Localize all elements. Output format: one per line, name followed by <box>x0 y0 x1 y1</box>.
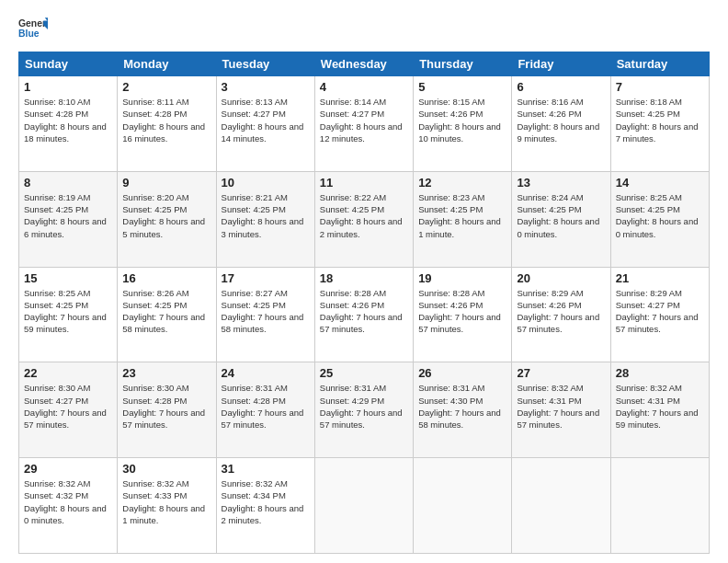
calendar-cell: 22 Sunrise: 8:30 AM Sunset: 4:27 PM Dayl… <box>19 362 118 458</box>
calendar-cell: 21 Sunrise: 8:29 AM Sunset: 4:27 PM Dayl… <box>610 267 709 362</box>
day-number: 15 <box>24 271 112 285</box>
day-info: Sunrise: 8:31 AM Sunset: 4:29 PM Dayligh… <box>320 382 408 431</box>
day-number: 13 <box>517 176 605 190</box>
day-number: 4 <box>320 80 408 94</box>
calendar-cell: 25 Sunrise: 8:31 AM Sunset: 4:29 PM Dayl… <box>314 362 413 458</box>
calendar-cell: 12 Sunrise: 8:23 AM Sunset: 4:25 PM Dayl… <box>414 171 512 267</box>
day-number: 8 <box>24 176 112 190</box>
calendar-cell: 1 Sunrise: 8:10 AM Sunset: 4:28 PM Dayli… <box>19 76 118 172</box>
day-info: Sunrise: 8:20 AM Sunset: 4:25 PM Dayligh… <box>122 191 210 240</box>
day-number: 27 <box>517 366 605 380</box>
calendar-cell: 18 Sunrise: 8:28 AM Sunset: 4:26 PM Dayl… <box>314 267 413 362</box>
day-number: 9 <box>122 176 210 190</box>
day-number: 16 <box>122 271 210 285</box>
day-info: Sunrise: 8:19 AM Sunset: 4:25 PM Dayligh… <box>24 191 112 240</box>
day-number: 30 <box>122 462 210 476</box>
col-header-monday: Monday <box>118 52 216 76</box>
day-info: Sunrise: 8:13 AM Sunset: 4:27 PM Dayligh… <box>222 96 310 144</box>
calendar-cell <box>414 458 512 554</box>
day-number: 3 <box>222 80 310 94</box>
day-info: Sunrise: 8:26 AM Sunset: 4:25 PM Dayligh… <box>122 287 210 336</box>
day-number: 26 <box>418 366 506 380</box>
calendar-cell: 2 Sunrise: 8:11 AM Sunset: 4:28 PM Dayli… <box>118 76 216 172</box>
calendar-cell: 6 Sunrise: 8:16 AM Sunset: 4:26 PM Dayli… <box>512 76 610 172</box>
day-number: 11 <box>320 176 408 190</box>
day-number: 29 <box>24 462 112 476</box>
calendar-cell: 30 Sunrise: 8:32 AM Sunset: 4:33 PM Dayl… <box>118 458 216 554</box>
calendar-cell: 27 Sunrise: 8:32 AM Sunset: 4:31 PM Dayl… <box>512 362 610 458</box>
calendar-cell: 4 Sunrise: 8:14 AM Sunset: 4:27 PM Dayli… <box>314 76 413 172</box>
day-info: Sunrise: 8:18 AM Sunset: 4:25 PM Dayligh… <box>616 96 704 144</box>
day-info: Sunrise: 8:10 AM Sunset: 4:28 PM Dayligh… <box>24 96 112 144</box>
calendar-cell <box>314 458 413 554</box>
calendar-week-5: 29 Sunrise: 8:32 AM Sunset: 4:32 PM Dayl… <box>19 458 710 554</box>
day-number: 22 <box>24 366 112 380</box>
col-header-friday: Friday <box>512 52 610 76</box>
day-number: 25 <box>320 366 408 380</box>
calendar-week-4: 22 Sunrise: 8:30 AM Sunset: 4:27 PM Dayl… <box>19 362 710 458</box>
day-info: Sunrise: 8:28 AM Sunset: 4:26 PM Dayligh… <box>320 287 408 336</box>
calendar-cell: 9 Sunrise: 8:20 AM Sunset: 4:25 PM Dayli… <box>118 171 216 267</box>
calendar-cell: 24 Sunrise: 8:31 AM Sunset: 4:28 PM Dayl… <box>216 362 314 458</box>
day-info: Sunrise: 8:32 AM Sunset: 4:32 PM Dayligh… <box>24 477 112 526</box>
col-header-sunday: Sunday <box>19 52 118 76</box>
day-info: Sunrise: 8:32 AM Sunset: 4:34 PM Dayligh… <box>222 477 310 526</box>
calendar-cell: 17 Sunrise: 8:27 AM Sunset: 4:25 PM Dayl… <box>216 267 314 362</box>
day-info: Sunrise: 8:28 AM Sunset: 4:26 PM Dayligh… <box>418 287 506 336</box>
calendar-cell <box>512 458 610 554</box>
calendar-table: SundayMondayTuesdayWednesdayThursdayFrid… <box>18 52 710 554</box>
calendar-header-row: SundayMondayTuesdayWednesdayThursdayFrid… <box>19 52 710 76</box>
day-info: Sunrise: 8:25 AM Sunset: 4:25 PM Dayligh… <box>24 287 112 336</box>
day-info: Sunrise: 8:16 AM Sunset: 4:26 PM Dayligh… <box>517 96 605 144</box>
calendar-cell: 7 Sunrise: 8:18 AM Sunset: 4:25 PM Dayli… <box>610 76 709 172</box>
col-header-thursday: Thursday <box>414 52 512 76</box>
calendar-cell: 23 Sunrise: 8:30 AM Sunset: 4:28 PM Dayl… <box>118 362 216 458</box>
day-info: Sunrise: 8:27 AM Sunset: 4:25 PM Dayligh… <box>222 287 310 336</box>
day-info: Sunrise: 8:24 AM Sunset: 4:25 PM Dayligh… <box>517 191 605 240</box>
day-info: Sunrise: 8:11 AM Sunset: 4:28 PM Dayligh… <box>122 96 210 144</box>
logo: General Blue <box>18 15 48 44</box>
calendar-cell: 5 Sunrise: 8:15 AM Sunset: 4:26 PM Dayli… <box>414 76 512 172</box>
day-number: 31 <box>222 462 310 476</box>
calendar-cell: 3 Sunrise: 8:13 AM Sunset: 4:27 PM Dayli… <box>216 76 314 172</box>
calendar-cell: 15 Sunrise: 8:25 AM Sunset: 4:25 PM Dayl… <box>19 267 118 362</box>
day-info: Sunrise: 8:31 AM Sunset: 4:28 PM Dayligh… <box>222 382 310 431</box>
day-info: Sunrise: 8:25 AM Sunset: 4:25 PM Dayligh… <box>616 191 704 240</box>
day-number: 5 <box>418 80 506 94</box>
day-number: 19 <box>418 271 506 285</box>
day-info: Sunrise: 8:32 AM Sunset: 4:31 PM Dayligh… <box>517 382 605 431</box>
day-info: Sunrise: 8:31 AM Sunset: 4:30 PM Dayligh… <box>418 382 506 431</box>
day-info: Sunrise: 8:22 AM Sunset: 4:25 PM Dayligh… <box>320 191 408 240</box>
col-header-wednesday: Wednesday <box>314 52 413 76</box>
day-number: 1 <box>24 80 112 94</box>
day-info: Sunrise: 8:14 AM Sunset: 4:27 PM Dayligh… <box>320 96 408 144</box>
calendar-cell: 20 Sunrise: 8:29 AM Sunset: 4:26 PM Dayl… <box>512 267 610 362</box>
day-number: 17 <box>222 271 310 285</box>
svg-text:Blue: Blue <box>18 29 40 39</box>
day-info: Sunrise: 8:30 AM Sunset: 4:28 PM Dayligh… <box>122 382 210 431</box>
calendar-cell: 31 Sunrise: 8:32 AM Sunset: 4:34 PM Dayl… <box>216 458 314 554</box>
calendar-cell: 29 Sunrise: 8:32 AM Sunset: 4:32 PM Dayl… <box>19 458 118 554</box>
calendar-week-3: 15 Sunrise: 8:25 AM Sunset: 4:25 PM Dayl… <box>19 267 710 362</box>
calendar-cell: 11 Sunrise: 8:22 AM Sunset: 4:25 PM Dayl… <box>314 171 413 267</box>
calendar-cell <box>610 458 709 554</box>
day-info: Sunrise: 8:32 AM Sunset: 4:31 PM Dayligh… <box>616 382 704 431</box>
calendar-cell: 19 Sunrise: 8:28 AM Sunset: 4:26 PM Dayl… <box>414 267 512 362</box>
day-number: 10 <box>222 176 310 190</box>
day-info: Sunrise: 8:21 AM Sunset: 4:25 PM Dayligh… <box>222 191 310 240</box>
calendar-cell: 14 Sunrise: 8:25 AM Sunset: 4:25 PM Dayl… <box>610 171 709 267</box>
calendar-cell: 8 Sunrise: 8:19 AM Sunset: 4:25 PM Dayli… <box>19 171 118 267</box>
day-number: 28 <box>616 366 704 380</box>
calendar-cell: 16 Sunrise: 8:26 AM Sunset: 4:25 PM Dayl… <box>118 267 216 362</box>
day-number: 18 <box>320 271 408 285</box>
calendar-cell: 28 Sunrise: 8:32 AM Sunset: 4:31 PM Dayl… <box>610 362 709 458</box>
calendar-cell: 26 Sunrise: 8:31 AM Sunset: 4:30 PM Dayl… <box>414 362 512 458</box>
day-number: 20 <box>517 271 605 285</box>
day-info: Sunrise: 8:29 AM Sunset: 4:27 PM Dayligh… <box>616 287 704 336</box>
day-info: Sunrise: 8:15 AM Sunset: 4:26 PM Dayligh… <box>418 96 506 144</box>
page-header: General Blue <box>18 15 710 44</box>
day-info: Sunrise: 8:30 AM Sunset: 4:27 PM Dayligh… <box>24 382 112 431</box>
day-number: 14 <box>616 176 704 190</box>
day-info: Sunrise: 8:29 AM Sunset: 4:26 PM Dayligh… <box>517 287 605 336</box>
day-number: 24 <box>222 366 310 380</box>
